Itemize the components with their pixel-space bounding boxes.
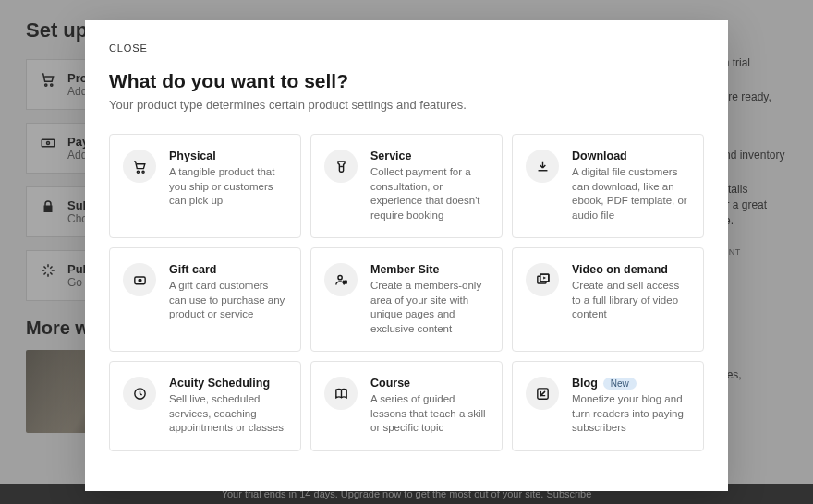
book-icon — [324, 377, 358, 410]
option-video-on-demand[interactable]: Video on demand Create and sell access t… — [512, 247, 704, 352]
modal-title: What do you want to sell? — [109, 70, 704, 92]
option-desc: Collect payment for a consultation, or e… — [370, 165, 489, 222]
product-type-grid: Physical A tangible product that you shi… — [109, 134, 704, 451]
svg-point-4 — [137, 171, 139, 173]
option-member-site[interactable]: Member Site Create a members-only area o… — [310, 247, 503, 352]
new-badge: New — [603, 378, 637, 390]
download-icon — [526, 150, 559, 183]
option-title: Gift card — [169, 263, 287, 276]
option-physical[interactable]: Physical A tangible product that you shi… — [109, 134, 301, 238]
jar-icon — [324, 150, 358, 183]
svg-point-5 — [141, 171, 143, 173]
svg-rect-9 — [342, 280, 346, 283]
option-title: Service — [370, 150, 489, 162]
cart-icon — [123, 150, 156, 183]
option-desc: Sell live, scheduled services, coaching … — [169, 392, 287, 436]
option-desc: A digital file customers can download, l… — [572, 165, 690, 222]
modal-overlay[interactable]: CLOSE What do you want to sell? Your pro… — [0, 0, 813, 504]
video-library-icon — [526, 263, 559, 296]
member-lock-icon — [324, 263, 358, 296]
option-gift-card[interactable]: Gift card A gift card customers can use … — [109, 247, 301, 352]
option-service[interactable]: Service Collect payment for a consultati… — [310, 134, 503, 238]
gift-card-icon — [123, 263, 156, 296]
option-desc: Create a members-only area of your site … — [370, 279, 489, 336]
option-download[interactable]: Download A digital file customers can do… — [512, 134, 704, 238]
option-title: Video on demand — [572, 263, 690, 276]
option-desc: Monetize your blog and turn readers into… — [572, 392, 690, 436]
svg-point-8 — [337, 275, 341, 279]
option-desc: A gift card customers can use to purchas… — [169, 279, 287, 322]
clock-icon — [123, 377, 156, 410]
option-blog[interactable]: Blog New Monetize your blog and turn rea… — [512, 361, 704, 451]
option-title: Member Site — [370, 263, 489, 276]
close-button[interactable]: CLOSE — [109, 42, 148, 54]
option-desc: A series of guided lessons that teach a … — [370, 392, 489, 436]
option-title: Physical — [169, 150, 287, 162]
option-title: Acuity Scheduling — [169, 377, 287, 390]
option-desc: Create and sell access to a full library… — [572, 279, 690, 322]
option-title: Course — [370, 377, 489, 390]
product-type-modal: CLOSE What do you want to sell? Your pro… — [85, 20, 728, 491]
option-title: Download — [572, 150, 690, 162]
option-title: Blog — [572, 377, 598, 390]
svg-point-7 — [139, 279, 141, 282]
option-acuity-scheduling[interactable]: Acuity Scheduling Sell live, scheduled s… — [109, 361, 301, 451]
pencil-icon — [526, 377, 559, 410]
modal-subtitle: Your product type determines certain pro… — [109, 98, 704, 112]
option-desc: A tangible product that you ship or cust… — [169, 165, 287, 209]
option-course[interactable]: Course A series of guided lessons that t… — [310, 361, 503, 451]
